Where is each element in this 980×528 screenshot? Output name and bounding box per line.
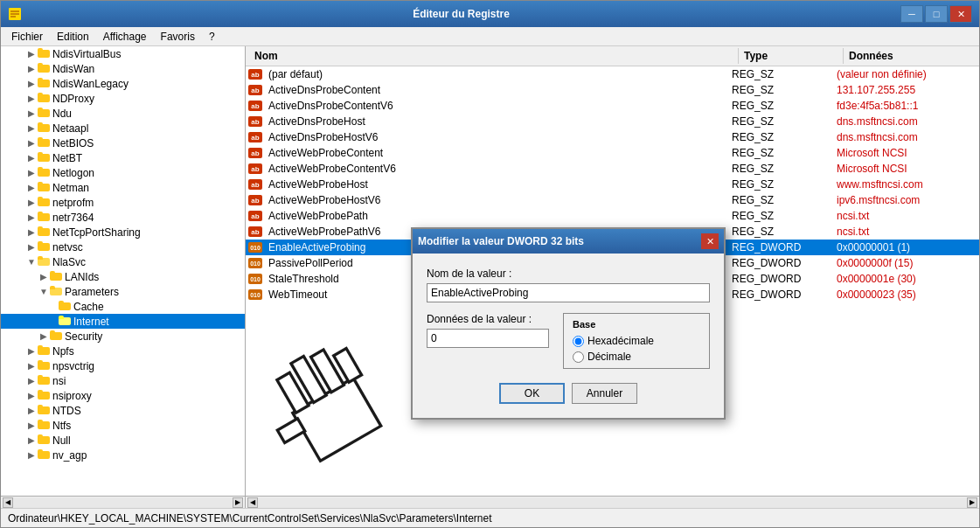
close-button[interactable]: ✕ [949, 5, 972, 23]
expand-icon: ▼ [38, 287, 50, 296]
tree-label: Npfs [52, 345, 74, 358]
reg-entry-activedns[interactable]: ab ActiveDnsProbeContent REG_SZ 131.107.… [246, 82, 979, 98]
tree-item-security[interactable]: ▶ Security [1, 329, 245, 344]
folder-icon [38, 92, 50, 105]
tree-item-null[interactable]: ▶ Null [1, 433, 245, 448]
tree-label: Netman [52, 182, 89, 194]
tree-item-ndproxy[interactable]: ▶ NDProxy [1, 91, 245, 106]
tree-label: nsi [52, 375, 66, 387]
expand-icon: ▶ [25, 391, 38, 400]
scroll-track[interactable] [13, 497, 233, 508]
tree-item-ndisvirtualbus[interactable]: ▶ NdisVirtualBus [1, 46, 245, 61]
folder-icon [38, 240, 50, 254]
tree-item-nvagp[interactable]: ▶ nv_agp [1, 448, 245, 462]
tree-item-nettcpportsharing[interactable]: ▶ NetTcpPortSharing [1, 225, 245, 240]
ab-icon: ab [246, 148, 265, 158]
expand-icon: ▼ [25, 257, 38, 267]
tree-item-netlogon[interactable]: ▶ Netlogon [1, 165, 245, 180]
tree-label: NdisVirtualBus [52, 48, 121, 60]
maximize-button[interactable]: □ [925, 5, 948, 23]
tree-item-netbt[interactable]: ▶ NetBT [1, 150, 245, 165]
scroll-right-btn[interactable]: ▶ [233, 497, 243, 508]
tree-item-netaapl[interactable]: ▶ Netaapl [1, 121, 245, 135]
dword-icon: 010 [246, 242, 265, 253]
column-headers: Nom Type Données [246, 46, 979, 66]
menu-help[interactable]: ? [202, 27, 222, 45]
scroll-left-btn[interactable]: ◀ [247, 497, 258, 508]
cancel-button[interactable]: Annuler [572, 383, 637, 404]
reg-entry-webprobehostv6[interactable]: ab ActiveWebProbeHostV6 REG_SZ ipv6.msft… [246, 192, 979, 208]
dec-radio-label[interactable]: Décimale [573, 351, 700, 363]
tree-item-netr7364[interactable]: ▶ netr7364 [1, 210, 245, 225]
menu-edition[interactable]: Edition [50, 27, 96, 45]
value-data-input[interactable] [427, 329, 549, 348]
tree-item-npfs[interactable]: ▶ Npfs [1, 344, 245, 358]
tree-item-ntfs[interactable]: ▶ Ntfs [1, 418, 245, 433]
tree-label: Security [65, 330, 102, 343]
tree-label: Ntfs [52, 420, 71, 432]
tree-label: NlaSvc [52, 256, 86, 268]
reg-data: dns.msftncsi.com [833, 115, 921, 128]
tree-item-internet[interactable]: Internet [1, 314, 245, 329]
tree-label: npsvctrig [52, 360, 94, 372]
tree-item-netbios[interactable]: ▶ NetBIOS [1, 135, 245, 150]
right-h-scroll[interactable]: ◀ ▶ [246, 497, 979, 508]
reg-entry-activednsv6[interactable]: ab ActiveDnsProbeContentV6 REG_SZ fd3e:4… [246, 98, 979, 114]
bottom-scrollbar-area: ◀ ▶ ◀ ▶ [1, 496, 979, 508]
scroll-track[interactable] [258, 497, 967, 508]
menu-favoris[interactable]: Favoris [154, 27, 202, 45]
scroll-right-btn[interactable]: ▶ [967, 497, 977, 508]
ok-button[interactable]: OK [499, 383, 565, 404]
tree-item-parameters[interactable]: ▼ Parameters [1, 284, 245, 299]
dec-radio[interactable] [573, 351, 584, 363]
reg-name: ActiveDnsProbeContent [265, 84, 728, 96]
col-type[interactable]: Type [739, 48, 844, 64]
reg-data: fd3e:4f5a:5b81::1 [833, 100, 921, 112]
tree-item-ndu[interactable]: ▶ Ndu [1, 106, 245, 121]
tree-h-scroll[interactable]: ◀ ▶ [1, 497, 246, 508]
expand-icon: ▶ [38, 272, 50, 281]
col-nom[interactable]: Nom [249, 48, 739, 64]
expand-icon: ▶ [25, 420, 38, 430]
tree-item-netprofm[interactable]: ▶ netprofm [1, 195, 245, 210]
tree-item-lanids[interactable]: ▶ LANIds [1, 269, 245, 284]
tree-item-nlasvc[interactable]: ▼ NlaSvc [1, 254, 245, 269]
hex-radio-label[interactable]: Hexadécimale [573, 335, 700, 347]
tree-item-ntds[interactable]: ▶ NTDS [1, 403, 245, 418]
tree-panel[interactable]: ▶ NdisVirtualBus ▶ NdisWan ▶ NdisWanLega… [1, 46, 246, 496]
minimize-button[interactable]: ─ [900, 5, 923, 23]
reg-entry-webprobecontentv6[interactable]: ab ActiveWebProbeContentV6 REG_SZ Micros… [246, 161, 979, 177]
dialog-close-button[interactable]: ✕ [701, 233, 719, 249]
reg-name: ActiveDnsProbeHostV6 [265, 131, 728, 143]
reg-name: ActiveWebProbePath [265, 210, 728, 222]
tree-item-nsi[interactable]: ▶ nsi [1, 373, 245, 388]
tree-item-ndiswan[interactable]: ▶ NdisWan [1, 61, 245, 76]
reg-entry-webprobehost[interactable]: ab ActiveWebProbeHost REG_SZ www.msftncs… [246, 177, 979, 192]
tree-item-cache[interactable]: Cache [1, 299, 245, 314]
hex-label: Hexadécimale [587, 335, 654, 347]
tree-item-netman[interactable]: ▶ Netman [1, 180, 245, 195]
menu-fichier[interactable]: Fichier [4, 27, 50, 45]
reg-entry-default[interactable]: ab (par défaut) REG_SZ (valeur non défin… [246, 66, 979, 82]
tree-item-npsvctrig[interactable]: ▶ npsvctrig [1, 358, 245, 373]
expand-icon: ▶ [25, 227, 38, 237]
base-group: Base Hexadécimale Décimale [563, 313, 710, 369]
folder-icon [38, 226, 50, 239]
col-data[interactable]: Données [844, 48, 976, 64]
tree-item-nsiproxy[interactable]: ▶ nsiproxy [1, 388, 245, 403]
reg-type: REG_SZ [728, 163, 833, 175]
expand-icon: ▶ [25, 212, 38, 222]
reg-entry-webprobepath[interactable]: ab ActiveWebProbePath REG_SZ ncsi.txt [246, 208, 979, 224]
reg-entry-activednshost[interactable]: ab ActiveDnsProbeHost REG_SZ dns.msftncs… [246, 114, 979, 129]
tree-item-ndiswanlegacy[interactable]: ▶ NdisWanLegacy [1, 76, 245, 91]
scroll-left-btn[interactable]: ◀ [3, 497, 13, 508]
value-name-input[interactable] [427, 283, 710, 302]
menu-affichage[interactable]: Affichage [96, 27, 154, 45]
reg-entry-webprobecontent[interactable]: ab ActiveWebProbeContent REG_SZ Microsof… [246, 145, 979, 161]
hex-radio[interactable] [573, 336, 584, 347]
reg-data: 0x0000000f (15) [833, 257, 916, 269]
folder-icon [50, 270, 62, 283]
tree-item-netvsc[interactable]: ▶ netvsc [1, 240, 245, 254]
folder-icon [38, 122, 50, 135]
reg-entry-activednshostv6[interactable]: ab ActiveDnsProbeHostV6 REG_SZ dns.msftn… [246, 129, 979, 145]
